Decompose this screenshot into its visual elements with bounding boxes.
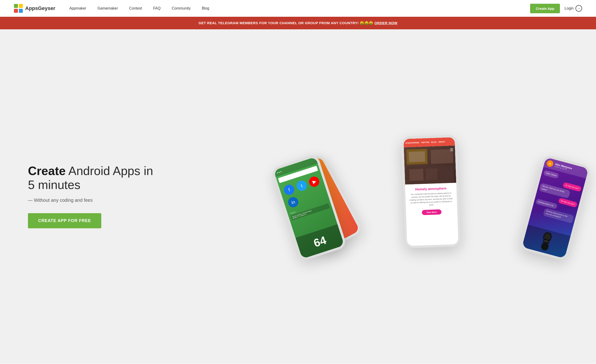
logo-text: AppsGeyser [25,5,55,11]
nav-gamemaker[interactable]: Gamemaker [97,6,118,10]
svg-rect-7 [409,151,425,162]
cafe-title: Homely atmosphere [408,186,454,192]
promo-banner: GET REAL TELEGRAM MEMBERS FOR YOUR CHANN… [0,17,596,29]
tab-blog: BLOG [431,141,437,143]
phone-center-content: Homely atmosphere As a missional Cafe fo… [405,183,458,246]
logo-icon [14,4,23,13]
chat-contact-info: Alex Martynov online at 12:30 [554,163,573,172]
svg-rect-11 [440,169,453,180]
nav-blog[interactable]: Blog [202,6,209,10]
cafe-image-svg [404,145,456,185]
phones-display: DEEPTHO... ROSAELECTR... ● ● ● f t ▶ in … [284,131,577,261]
phone-left-score: 64 [295,224,344,259]
phone-center: STARTUPPERS TWITTER BLOG ABOUT [401,135,461,248]
svg-rect-2 [14,9,18,13]
nav-contest[interactable]: Contest [129,6,142,10]
view-more-button[interactable]: View More [422,209,442,215]
login-label: Login [565,6,574,10]
chat-message-5: thinking what to do... [536,199,558,209]
menu-icon: ☰ [450,148,453,152]
svg-rect-10 [425,168,438,180]
cafe-description: As a missional Cafe focused on lasting o… [408,192,454,207]
nav-right: Create App Login → [530,4,582,13]
tab-about: ABOUT [438,141,445,143]
chat-avatar: A [546,160,554,168]
hero-title-bold: Create [28,164,66,178]
login-arrow-icon: → [575,5,582,12]
chat-messages: Hello, Daniel Hi, how are you? Me too: w… [528,167,586,236]
linkedin-icon: in [287,196,299,208]
banner-text: GET REAL TELEGRAM MEMBERS FOR YOUR CHANN… [199,21,373,25]
darth-svg [536,230,556,253]
cta-create-app-button[interactable]: CREATE APP FOR FREE [28,213,101,228]
hero-subtitle: — Without any coding and fees [28,198,275,203]
phone-center-image: ☰ [404,145,456,185]
nav-links: Appmaker Gamemaker Contest FAQ Community… [69,6,530,10]
navbar: AppsGeyser Appmaker Gamemaker Contest FA… [0,0,596,17]
svg-rect-1 [19,4,23,8]
phone-left-status: ● ● ● [276,170,282,174]
tab-twitter: TWITTER [421,141,429,144]
hero-title: Create Android Apps in5 minutes [28,164,275,192]
phone-left-inner: ● ● ● f t ▶ in History Yahoo Sports • Sp… [274,157,344,259]
nav-appmaker[interactable]: Appmaker [69,6,86,10]
chat-message-1: Hello, Daniel [543,170,559,179]
youtube-icon: ▶ [308,175,320,188]
logo[interactable]: AppsGeyser [14,4,55,13]
svg-rect-3 [19,9,23,13]
twitter-icon: t [295,179,308,192]
nav-community[interactable]: Community [172,6,191,10]
chat-message-6: thinking about going to the new car exhi… [543,208,574,223]
hero-left: Create Android Apps in5 minutes — Withou… [28,164,275,228]
hero-section: Create Android Apps in5 minutes — Withou… [0,29,596,363]
svg-rect-9 [409,169,424,181]
phone-right: A Alex Martynov online at 12:30 Hello, D… [519,154,592,261]
order-now-link[interactable]: ORDER NOW [374,21,397,25]
facebook-icon: f [283,183,295,196]
nav-faq[interactable]: FAQ [153,6,161,10]
phone-right-inner: A Alex Martynov online at 12:30 Hello, D… [522,157,589,259]
tab-startuppers: STARTUPPERS [406,141,419,144]
nav-create-app-button[interactable]: Create App [530,4,560,13]
svg-rect-0 [14,4,18,8]
chat-message-4: Hi! How are you? [558,198,578,208]
login-link[interactable]: Login → [565,5,582,12]
phone-center-inner: STARTUPPERS TWITTER BLOG ABOUT [403,137,458,246]
